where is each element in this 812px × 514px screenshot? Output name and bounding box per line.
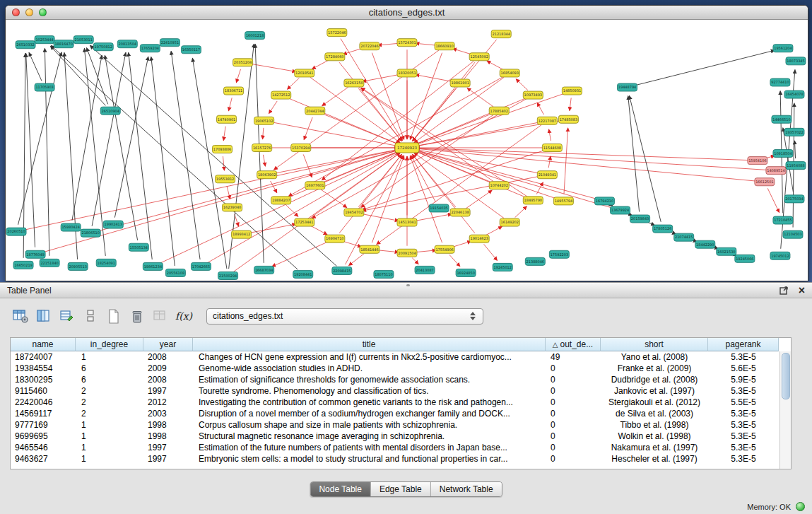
table-cell[interactable]: Tourette syndrome. Phenomenology and cla… <box>193 385 546 397</box>
table-cell[interactable]: Genome-wide association studies in ADHD. <box>193 363 546 374</box>
table-cell[interactable]: Embryonic stem cells: a model to study s… <box>193 453 546 465</box>
column-settings-button[interactable] <box>11 307 30 325</box>
network-node[interactable]: 11705903 <box>35 83 54 91</box>
network-node[interactable]: 15722046 <box>327 29 347 37</box>
network-node[interactable]: 14740901 <box>217 115 237 123</box>
show-columns-button[interactable] <box>35 307 53 325</box>
table-cell[interactable]: 22420046 <box>11 397 76 408</box>
network-node[interactable]: 22046138 <box>450 209 470 216</box>
network-node[interactable]: 21806510 <box>81 229 100 237</box>
column-header-short[interactable]: short <box>601 338 708 351</box>
column-header-out_de[interactable]: △out_de... <box>546 338 601 351</box>
network-node[interactable]: 16263150 <box>344 79 364 87</box>
network-node[interactable]: 18541446 <box>360 245 379 253</box>
new-column-button[interactable] <box>105 307 123 325</box>
tab-node-table[interactable]: Node Table <box>310 482 370 496</box>
table-cell[interactable]: 5.3E-5 <box>708 453 779 465</box>
network-node[interactable]: 19561204 <box>773 45 793 52</box>
table-cell[interactable]: 19384554 <box>11 363 76 374</box>
table-cell[interactable]: Yano et al. (2008) <box>601 351 708 363</box>
network-node[interactable]: 20175034 <box>784 195 804 203</box>
network-node[interactable]: 19861234 <box>143 262 163 270</box>
table-row[interactable]: 969969511998Structural magnetic resonanc… <box>11 431 791 442</box>
table-cell[interactable]: 0 <box>546 408 601 419</box>
network-node[interactable]: 17284060 <box>325 53 345 61</box>
table-cell[interactable]: 1998 <box>143 419 193 431</box>
network-node[interactable]: 16977601 <box>305 182 325 189</box>
table-cell[interactable]: Corpus callosum shape and size in male p… <box>193 419 546 431</box>
network-node[interactable]: 16239040 <box>223 204 242 211</box>
network-node[interactable]: 15724301 <box>397 39 417 47</box>
table-cell[interactable]: 0 <box>546 431 601 442</box>
network-node[interactable]: 14466510 <box>772 115 792 123</box>
network-node[interactable]: 10744202 <box>489 182 509 189</box>
network-node[interactable]: 21074415 <box>674 233 694 241</box>
network-node[interactable]: 18254091 <box>96 259 116 267</box>
memory-ok-indicator-icon[interactable] <box>796 502 805 511</box>
table-cell[interactable]: 5.6E-5 <box>708 363 779 374</box>
network-node[interactable]: 19208441 <box>293 270 313 278</box>
table-cell[interactable]: 9699695 <box>11 431 76 442</box>
table-cell[interactable]: Nakamura et al. (1997) <box>601 442 708 453</box>
table-vertical-scrollbar[interactable] <box>779 351 791 469</box>
column-header-title[interactable]: title <box>193 338 546 351</box>
network-node[interactable]: 20159843 <box>630 215 650 223</box>
network-node[interactable]: 26510904 <box>100 107 120 115</box>
table-row[interactable]: 977716911998Corpus callosum shape and si… <box>11 419 791 431</box>
float-panel-icon[interactable] <box>779 286 789 295</box>
network-node[interactable]: 16350117 <box>181 46 201 54</box>
table-row[interactable]: 1830029562008Estimation of significance … <box>11 374 791 385</box>
table-cell[interactable]: 5.3E-5 <box>708 442 779 453</box>
table-cell[interactable]: Wolkin et al. (1998) <box>601 431 708 442</box>
network-node[interactable]: 18306711 <box>224 87 244 95</box>
table-cell[interactable]: 5.3E-5 <box>708 408 779 419</box>
network-node[interactable]: 17592203 <box>549 250 569 258</box>
table-cell[interactable]: 2008 <box>143 374 193 385</box>
network-node[interactable]: 19553812 <box>216 175 235 183</box>
network-node[interactable]: 17253441 <box>295 218 314 226</box>
network-node[interactable]: 20351204 <box>233 59 253 66</box>
table-cell[interactable]: 9777169 <box>11 419 76 431</box>
network-node[interactable]: 18776049 <box>25 250 45 258</box>
table-cell[interactable]: 5.3E-5 <box>708 419 779 431</box>
network-canvas[interactable]: 1154460812217087109734931685409312545092… <box>6 20 808 281</box>
network-node[interactable]: 15370294 <box>291 144 311 151</box>
table-cell[interactable]: 0 <box>546 363 601 374</box>
network-node[interactable]: 19884207 <box>271 197 291 204</box>
network-node[interactable]: 19902413 <box>103 221 123 228</box>
network-node[interactable]: 22098415 <box>332 267 352 274</box>
function-builder-button[interactable]: f(x) <box>175 307 193 325</box>
network-node[interactable]: 20722046 <box>360 42 379 50</box>
table-cell[interactable]: 5.5E-5 <box>708 397 779 408</box>
network-node[interactable]: 19014623 <box>469 235 489 243</box>
network-node[interactable]: 17240923 <box>395 143 419 153</box>
network-node[interactable]: 19454702 <box>344 209 364 216</box>
network-node[interactable]: 18320051 <box>397 69 417 77</box>
column-header-in_degree[interactable]: in_degree <box>76 338 143 351</box>
table-cell[interactable]: 0 <box>546 385 601 397</box>
table-cell[interactable]: 9463627 <box>11 453 76 465</box>
network-node[interactable]: 18075110 <box>374 270 394 278</box>
table-cell[interactable]: Changes of HCN gene expression and I(f) … <box>193 351 546 363</box>
network-node[interactable]: 22410951 <box>160 39 180 47</box>
network-node[interactable]: 14850931 <box>562 87 582 95</box>
network-node[interactable]: 19745012 <box>770 252 790 259</box>
tab-edge-table[interactable]: Edge Table <box>370 482 430 496</box>
network-node[interactable]: 12545092 <box>469 53 489 61</box>
network-node[interactable]: 11954088 <box>786 162 806 170</box>
network-node[interactable]: 18063902 <box>257 171 277 179</box>
edit-table-button[interactable] <box>58 307 76 325</box>
table-row[interactable]: 1938455462009Genome-wide association stu… <box>11 363 791 374</box>
network-node[interactable]: 21049341 <box>537 171 557 179</box>
tab-network-table[interactable]: Network Table <box>430 482 502 496</box>
network-node[interactable]: 16687034 <box>254 266 274 274</box>
table-cell[interactable]: Disruption of a novel member of a sodium… <box>193 408 546 419</box>
network-node[interactable]: 17042665 <box>191 262 211 270</box>
network-node[interactable]: 17885402 <box>489 107 509 115</box>
table-cell[interactable]: Stergiakouli et al. (2012) <box>601 397 708 408</box>
network-node[interactable]: 13679924 <box>611 206 630 214</box>
network-node[interactable]: 16794210 <box>594 197 614 205</box>
network-node[interactable]: 19245012 <box>493 263 512 271</box>
table-cell[interactable]: 1 <box>76 453 143 465</box>
table-cell[interactable]: 5.9E-5 <box>708 374 779 385</box>
